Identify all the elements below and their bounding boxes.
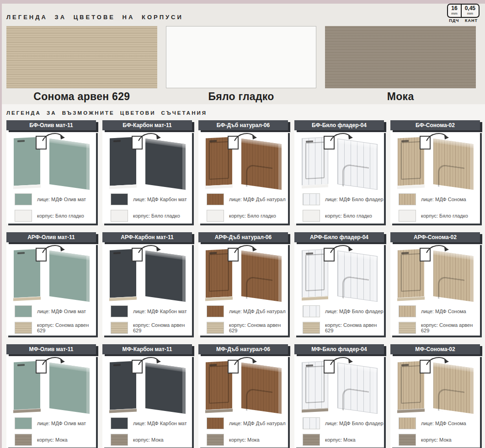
board-thickness-unit: mm bbox=[451, 11, 457, 16]
door-profile-groove bbox=[246, 276, 272, 302]
body-color-swatch bbox=[399, 434, 416, 446]
face-legend-row: лице: МДФ Карбон мат bbox=[111, 192, 192, 206]
face-label: лице: МДФ Дъб натурал bbox=[229, 309, 286, 314]
zoom-arrow-icon bbox=[233, 243, 259, 255]
material-swatch bbox=[325, 26, 476, 88]
zoom-arrow-icon bbox=[137, 243, 163, 255]
body-legend-row: корпус: Мока bbox=[111, 433, 192, 447]
body-color-swatch bbox=[111, 434, 128, 446]
cabinet-base-strip bbox=[13, 296, 41, 301]
combo-card: БФ-Бяло фладер-04 bbox=[294, 120, 384, 224]
combo-card-body: лице: МДФ Олив мат корпус: Бяло гладко bbox=[6, 131, 96, 224]
face-legend-row: лице: МДФ Олив мат bbox=[15, 192, 96, 206]
body-color-swatch bbox=[399, 210, 416, 222]
door-detail-view bbox=[241, 363, 282, 414]
material-swatch-label: Мока bbox=[325, 91, 476, 103]
corpus-swatch-row: Сонома арвен 629 Бяло гладко Мока bbox=[6, 26, 479, 103]
body-label: корпус: Мока bbox=[229, 437, 260, 443]
card-legend: лице: МДФ Дъб натурал корпус: Мока bbox=[198, 414, 288, 447]
combo-card-header: МФ-Бяло фладер-04 bbox=[294, 344, 384, 354]
cabinet-base-strip bbox=[205, 408, 233, 413]
door-handle bbox=[17, 140, 25, 142]
combo-card-header: БФ-Олив мат-11 bbox=[6, 120, 96, 130]
face-color-swatch bbox=[207, 417, 224, 429]
face-legend-row: лице: МДФ Дъб натурал bbox=[207, 416, 288, 430]
body-color-swatch bbox=[111, 322, 128, 334]
body-legend-row: корпус: Бяло гладко bbox=[399, 209, 480, 223]
face-label: лице: МДФ Сонома bbox=[421, 421, 466, 426]
face-legend-row: лице: МДФ Сонома bbox=[399, 304, 480, 318]
body-label: корпус: Сонома арвен 629 bbox=[325, 322, 384, 333]
door-preview bbox=[102, 131, 192, 190]
combo-card-title: БФ-Сонома-02 bbox=[416, 122, 455, 128]
door-detail-view bbox=[241, 139, 282, 190]
door-preview bbox=[198, 131, 288, 190]
door-preview bbox=[102, 243, 192, 302]
body-label: корпус: Мока bbox=[325, 437, 356, 443]
body-label: корпус: Мока bbox=[37, 437, 68, 443]
face-label: лице: МДФ Олив мат bbox=[37, 197, 86, 202]
body-legend-row: корпус: Мока bbox=[399, 433, 480, 447]
combo-card-body: лице: МДФ Сонома корпус: Бяло гладко bbox=[390, 131, 480, 224]
door-detail-view bbox=[433, 139, 474, 190]
body-color-swatch bbox=[303, 322, 320, 334]
door-profile-groove bbox=[246, 164, 272, 190]
face-legend-row: лице: МДФ Бяло фладер bbox=[303, 416, 384, 430]
face-color-swatch bbox=[15, 305, 32, 317]
zoom-arrow-icon bbox=[41, 243, 67, 255]
door-preview bbox=[294, 131, 384, 190]
body-legend-row: корпус: Сонома арвен 629 bbox=[399, 321, 480, 335]
cabinet-base-strip bbox=[13, 408, 41, 413]
zoom-arrow-icon bbox=[137, 355, 163, 367]
body-color-swatch bbox=[15, 322, 32, 334]
combo-card: МФ-Олив мат-11 bbox=[6, 344, 96, 448]
card-legend: лице: МДФ Сонома корпус: Сонома арвен 62… bbox=[390, 302, 480, 335]
combo-card-body: лице: МДФ Дъб натурал корпус: Сонома арв… bbox=[198, 243, 288, 336]
face-label: лице: МДФ Бяло фладер bbox=[325, 197, 384, 202]
page-top-border bbox=[0, 0, 485, 4]
door-profile-groove bbox=[342, 388, 369, 414]
combo-card-title: МФ-Олив мат-11 bbox=[29, 346, 73, 352]
body-legend-row: корпус: Мока bbox=[303, 433, 384, 447]
body-label: корпус: Мока bbox=[421, 437, 452, 443]
body-label: корпус: Бяло гладко bbox=[325, 213, 372, 219]
cabinet-base-strip bbox=[109, 408, 137, 413]
combo-card-header: МФ-Дъб натурал-06 bbox=[198, 344, 288, 354]
combo-card-body: лице: МДФ Карбон мат корпус: Мока bbox=[102, 355, 192, 448]
face-color-swatch bbox=[15, 193, 32, 205]
cabinet-base-strip bbox=[397, 296, 425, 301]
combo-card: МФ-Дъб натурал-06 bbox=[198, 344, 288, 448]
face-label: лице: МДФ Сонома bbox=[421, 197, 466, 202]
face-label: лице: МДФ Карбон мат bbox=[133, 197, 187, 202]
card-legend: лице: МДФ Сонома корпус: Мока bbox=[390, 414, 480, 447]
cabinet-base-strip bbox=[302, 184, 328, 188]
combo-card: АРФ-Сонома-02 bbox=[390, 232, 480, 336]
combo-card-title: МФ-Бяло фладер-04 bbox=[311, 346, 367, 352]
corpus-colors-section: ЛЕГЕНДА ЗА ЦВЕТОВЕ НА КОРПУСИ Сонома арв… bbox=[2, 4, 485, 104]
door-routed-frame bbox=[401, 365, 421, 404]
face-legend-row: лице: МДФ Дъб натурал bbox=[207, 304, 288, 318]
body-color-swatch bbox=[15, 434, 32, 446]
color-combinations-section: ЛЕГЕНДА ЗА ВЪЗМОЖНИТЕ ЦВЕТОВИ СЪЧЕТАНИЯ … bbox=[2, 104, 485, 448]
card-legend: лице: МДФ Дъб натурал корпус: Сонома арв… bbox=[198, 302, 288, 335]
combo-card-header: АРФ-Олив мат-11 bbox=[6, 232, 96, 242]
door-preview bbox=[6, 355, 96, 414]
zoom-arrow-icon bbox=[425, 131, 451, 143]
combo-card-header: МФ-Карбон мат-11 bbox=[102, 344, 192, 354]
face-label: лице: МДФ Дъб натурал bbox=[229, 197, 286, 202]
body-color-swatch bbox=[15, 210, 32, 222]
face-color-swatch bbox=[399, 193, 416, 205]
face-label: лице: МДФ Карбон мат bbox=[133, 309, 187, 314]
door-detail-view bbox=[337, 363, 378, 414]
cabinet-base-strip bbox=[13, 184, 41, 189]
door-detail-view bbox=[433, 251, 474, 302]
edge-thickness-value: 0,45 bbox=[465, 5, 475, 11]
door-routed-frame bbox=[401, 253, 421, 292]
board-thickness-cell: 16 mm bbox=[448, 5, 460, 17]
door-handle bbox=[17, 364, 25, 366]
combo-card-body: лице: МДФ Олив мат корпус: Мока bbox=[6, 355, 96, 448]
body-label: корпус: Сонома арвен 629 bbox=[229, 322, 288, 333]
body-label: корпус: Бяло гладко bbox=[37, 213, 84, 219]
door-profile-groove bbox=[246, 388, 272, 414]
combo-card: БФ-Карбон мат-11 bbox=[102, 120, 192, 224]
